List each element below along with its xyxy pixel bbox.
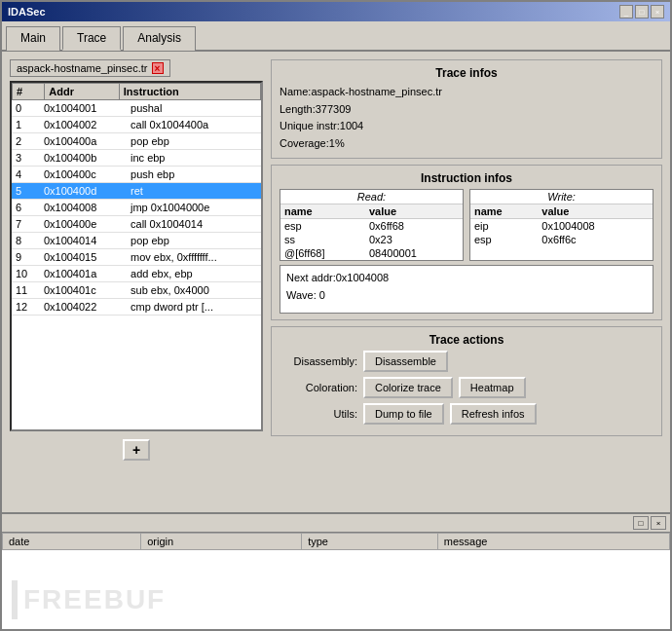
cell-instr: add ebx, ebp xyxy=(127,266,261,282)
trace-coverage-line: Coverage:1% xyxy=(280,135,653,153)
table-row[interactable]: 100x100401aadd ebx, ebp xyxy=(12,266,261,282)
write-header: Write: xyxy=(470,190,653,204)
next-addr-line: Next addr:0x1004008 xyxy=(286,270,647,287)
instruction-table-container: # Addr Instruction 00x1004001pushal10x10… xyxy=(10,81,263,431)
cell-num: 8 xyxy=(12,233,40,249)
cell-num: 5 xyxy=(12,183,40,200)
dump-to-file-button[interactable]: Dump to file xyxy=(363,403,444,425)
read-value-0: 0x6ff68 xyxy=(365,219,463,234)
disassembly-label: Disassembly: xyxy=(280,355,357,367)
cell-addr: 0x100400a xyxy=(40,133,127,150)
write-tbody: eip 0x1004008 esp 0x6ff6c xyxy=(470,219,653,247)
table-row[interactable]: 10x1004002call 0x1004400a xyxy=(12,117,261,133)
cell-instr: ret xyxy=(127,183,261,200)
write-name-0: eip xyxy=(470,219,538,234)
cell-addr: 0x1004008 xyxy=(40,200,127,216)
colorize-trace-button[interactable]: Colorize trace xyxy=(363,377,453,398)
log-table-wrapper: date origin type message FREEBUF xyxy=(2,533,670,629)
watermark-text: FREEBUF xyxy=(23,584,166,615)
col-header-instr: Instruction xyxy=(119,84,260,100)
content-area: aspack-hostname_pinsec.tr × # Addr Instr… xyxy=(2,52,670,512)
utils-label: Utils: xyxy=(280,408,357,420)
trace-infos-box: Trace infos Name:aspack-hostname_pinsec.… xyxy=(271,59,662,159)
read-header: Read: xyxy=(280,190,463,204)
read-table-header: name value xyxy=(280,204,463,219)
cell-addr: 0x1004001 xyxy=(40,100,127,117)
trace-length-value: 377309 xyxy=(316,103,352,115)
trace-unique-line: Unique instr:1004 xyxy=(280,118,653,135)
table-row[interactable]: 40x100400cpush ebp xyxy=(12,167,261,183)
col-header-addr: Addr xyxy=(45,84,119,100)
cell-num: 10 xyxy=(12,266,40,282)
titlebar: IDASec _ □ × xyxy=(2,2,670,21)
log-body: FREEBUF xyxy=(2,550,670,629)
table-header-row: # Addr Instruction xyxy=(13,84,261,100)
table-row[interactable]: 120x1004022cmp dword ptr [... xyxy=(12,299,261,316)
table-row[interactable]: 90x1004015mov ebx, 0xfffffff... xyxy=(12,249,261,266)
main-window: IDASec _ □ × Main Trace Analysis aspack-… xyxy=(0,0,672,631)
instruction-table-wrapper: # Addr Instruction 00x1004001pushal10x10… xyxy=(10,81,263,431)
disassembly-row: Disassembly: Disassemble xyxy=(280,351,653,372)
refresh-infos-button[interactable]: Refresh infos xyxy=(450,403,537,425)
cell-instr: pop ebp xyxy=(127,133,261,150)
heatmap-button[interactable]: Heatmap xyxy=(459,377,526,398)
trace-name-line: Name:aspack-hostname_pinsec.tr xyxy=(280,84,653,101)
cell-instr: pushal xyxy=(127,100,261,117)
table-row[interactable]: 80x1004014pop ebp xyxy=(12,233,261,249)
cell-addr: 0x1004014 xyxy=(40,233,127,249)
trace-unique-value: 1004 xyxy=(340,120,363,131)
cell-instr: pop ebp xyxy=(127,233,261,249)
cell-instr: call 0x1004400a xyxy=(127,117,261,133)
window-title: IDASec xyxy=(8,6,46,18)
cell-num: 3 xyxy=(12,150,40,167)
wave-line: Wave: 0 xyxy=(286,287,647,305)
table-row[interactable]: 20x100400apop ebp xyxy=(12,133,261,150)
table-row[interactable]: 30x100400binc ebp xyxy=(12,150,261,167)
cell-addr: 0x1004015 xyxy=(40,249,127,266)
close-btn[interactable]: × xyxy=(651,5,664,19)
trace-length-line: Length:377309 xyxy=(280,101,653,119)
maximize-btn[interactable]: □ xyxy=(635,5,649,19)
tab-analysis[interactable]: Analysis xyxy=(123,26,196,51)
table-row[interactable]: 110x100401csub ebx, 0x4000 xyxy=(12,282,261,299)
instruction-infos-title: Instruction infos xyxy=(280,171,653,185)
add-trace-button[interactable]: + xyxy=(123,439,150,461)
table-row[interactable]: 00x1004001pushal xyxy=(12,100,261,117)
right-panel: Trace infos Name:aspack-hostname_pinsec.… xyxy=(271,59,662,504)
trace-name-value: aspack-hostname_pinsec.tr xyxy=(311,86,442,97)
tabbar: Main Trace Analysis xyxy=(2,21,670,52)
wave-value: 0 xyxy=(319,289,325,301)
file-tab-close[interactable]: × xyxy=(152,62,164,74)
coloration-label: Coloration: xyxy=(280,382,357,393)
table-row[interactable]: 60x1004008jmp 0x1004000e xyxy=(12,200,261,216)
trace-length-label: Length: xyxy=(280,103,316,115)
file-tab: aspack-hostname_pinsec.tr × xyxy=(10,59,170,77)
table-scroll[interactable]: 00x1004001pushal10x1004002call 0x1004400… xyxy=(12,100,261,429)
table-row: eip 0x1004008 xyxy=(470,219,653,234)
bottom-panel: □ × date origin type message FREEBUF xyxy=(2,512,670,629)
tab-main[interactable]: Main xyxy=(6,26,60,51)
minimize-btn[interactable]: _ xyxy=(619,5,633,19)
write-col-name: name xyxy=(470,204,538,219)
cell-instr: cmp dword ptr [... xyxy=(127,299,261,316)
cell-instr: call 0x1004014 xyxy=(127,216,261,233)
bottom-restore-btn[interactable]: □ xyxy=(633,516,649,530)
trace-coverage-value: 1% xyxy=(329,137,345,149)
tab-trace[interactable]: Trace xyxy=(62,26,121,51)
instruction-table-body: 00x1004001pushal10x1004002call 0x1004400… xyxy=(12,100,261,316)
log-col-message: message xyxy=(437,534,669,550)
cell-addr: 0x100401a xyxy=(40,266,127,282)
table-row[interactable]: 70x100400ecall 0x1004014 xyxy=(12,216,261,233)
write-col-value: value xyxy=(538,204,653,219)
cell-num: 6 xyxy=(12,200,40,216)
bottom-close-btn[interactable]: × xyxy=(651,516,666,530)
table-row[interactable]: 50x100400dret xyxy=(12,183,261,200)
file-tab-label: aspack-hostname_pinsec.tr xyxy=(17,62,148,74)
read-panel: Read: name value esp xyxy=(280,189,464,261)
log-col-date: date xyxy=(3,534,141,550)
add-btn-container: + xyxy=(10,435,263,464)
cell-num: 4 xyxy=(12,167,40,183)
disassemble-button[interactable]: Disassemble xyxy=(363,351,448,372)
read-table: name value esp 0x6ff68 ss xyxy=(280,204,463,260)
cell-addr: 0x100400e xyxy=(40,216,127,233)
